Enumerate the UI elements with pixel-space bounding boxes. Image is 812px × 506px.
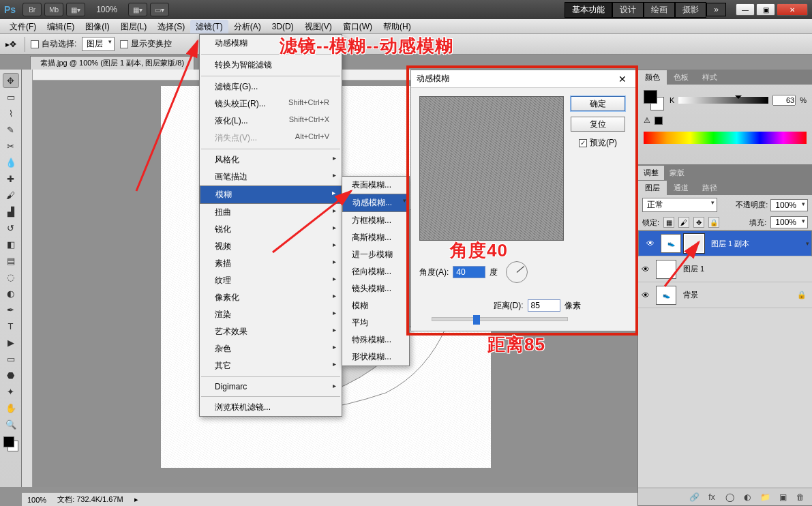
ok-button[interactable]: 确定: [571, 96, 625, 111]
visibility-icon[interactable]: 👁: [638, 291, 653, 300]
filter-noise[interactable]: 杂色: [200, 340, 342, 357]
filter-digimarc[interactable]: Digimarc: [200, 379, 342, 394]
layer-thumb[interactable]: [656, 260, 676, 279]
adjustment-layer-icon[interactable]: ◐: [741, 492, 753, 502]
fill-input[interactable]: 100%: [770, 216, 808, 228]
filter-artistic[interactable]: 艺术效果: [200, 323, 342, 340]
filter-video[interactable]: 视频: [200, 238, 342, 255]
delete-layer-icon[interactable]: 🗑: [794, 492, 807, 502]
layer-thumb[interactable]: 👟: [661, 234, 681, 253]
filter-sharpen[interactable]: 锐化: [200, 221, 342, 238]
layer-row[interactable]: 👁 图层 1: [638, 256, 812, 282]
filter-convert-smart[interactable]: 转换为智能滤镜: [200, 57, 342, 74]
layer-row[interactable]: 👁 👟 背景 🔒: [638, 282, 812, 308]
tab-paths[interactable]: 路径: [695, 181, 724, 195]
tab-masks[interactable]: 蒙版: [664, 166, 690, 180]
blur-shape[interactable]: 形状模糊...: [342, 348, 409, 366]
filter-brush-strokes[interactable]: 画笔描边: [200, 168, 342, 185]
tab-color[interactable]: 颜色: [638, 70, 667, 85]
blur-more[interactable]: 进一步模糊: [342, 246, 409, 263]
channel-k-slider[interactable]: [678, 97, 768, 104]
layer-name[interactable]: 图层 1 副本: [707, 239, 800, 249]
menu-layer[interactable]: 图层(L): [115, 20, 153, 33]
lock-pixels-icon[interactable]: 🖌: [678, 217, 689, 228]
angle-wheel[interactable]: [506, 261, 528, 283]
auto-select-target[interactable]: 图层: [82, 37, 115, 51]
angle-input[interactable]: [453, 266, 485, 278]
tab-adjustments[interactable]: 调整: [638, 166, 664, 180]
document-tab[interactable]: 素描.jpg @ 100% (图层 1 副本, 图层蒙版/8): [30, 56, 194, 70]
layer-name[interactable]: 背景: [679, 290, 797, 300]
dialog-close[interactable]: ✕: [615, 74, 630, 85]
workspace-photography[interactable]: 摄影: [675, 2, 706, 18]
visibility-icon[interactable]: 👁: [638, 265, 653, 274]
spectrum-ramp[interactable]: [644, 132, 807, 144]
blur-tool[interactable]: ◌: [3, 269, 19, 284]
eyedropper-tool[interactable]: 💧: [3, 155, 19, 170]
dialog-preview[interactable]: [419, 96, 564, 241]
mask-icon[interactable]: ◯: [723, 492, 736, 502]
tab-styles[interactable]: 样式: [695, 70, 724, 85]
blur-box[interactable]: 方框模糊...: [342, 212, 409, 229]
blur-motion[interactable]: 动感模糊...: [342, 194, 409, 212]
blur-average[interactable]: 平均: [342, 314, 409, 331]
fx-icon[interactable]: fx: [706, 492, 718, 502]
3d-camera-tool[interactable]: ✦: [3, 384, 19, 399]
menu-analysis[interactable]: 分析(A): [228, 20, 267, 33]
pen-tool[interactable]: ✒: [3, 302, 19, 317]
menu-filter[interactable]: 滤镜(T): [190, 20, 228, 33]
blend-mode-select[interactable]: 正常: [642, 198, 717, 212]
lock-position-icon[interactable]: ✥: [693, 217, 704, 228]
color-swatch-pair[interactable]: [644, 90, 664, 110]
preview-checkbox[interactable]: ✓预览(P): [579, 137, 617, 149]
maximize-button[interactable]: ▣: [756, 3, 775, 16]
marquee-tool[interactable]: ▭: [3, 89, 19, 104]
distance-slider[interactable]: [432, 317, 568, 321]
zoom-level[interactable]: 100%: [96, 5, 117, 14]
blur-blur[interactable]: 模糊: [342, 297, 409, 314]
healing-tool[interactable]: ✚: [3, 171, 19, 186]
menu-view[interactable]: 视图(V): [299, 20, 337, 33]
tab-swatches[interactable]: 色板: [667, 70, 695, 85]
distance-input[interactable]: [528, 299, 560, 312]
history-brush-tool[interactable]: ↺: [3, 220, 19, 235]
new-layer-icon[interactable]: ▣: [777, 492, 789, 502]
blur-gaussian[interactable]: 高斯模糊...: [342, 229, 409, 246]
layer-name[interactable]: 图层 1: [679, 264, 812, 274]
status-zoom[interactable]: 100%: [27, 496, 46, 504]
menu-file[interactable]: 文件(F): [4, 20, 42, 33]
color-swatches[interactable]: [3, 436, 18, 451]
3d-tool[interactable]: ⬣: [3, 368, 19, 383]
filter-render[interactable]: 渲染: [200, 306, 342, 323]
filter-pixelate[interactable]: 像素化: [200, 289, 342, 306]
arrange-documents-button[interactable]: ▦▾: [128, 3, 147, 16]
dodge-tool[interactable]: ◐: [3, 286, 19, 301]
filter-lens-correction[interactable]: 镜头校正(R)...Shift+Ctrl+R: [200, 95, 342, 113]
filter-other[interactable]: 其它: [200, 357, 342, 374]
stamp-tool[interactable]: ▟: [3, 204, 19, 219]
lock-transparent-icon[interactable]: ▦: [663, 217, 674, 228]
workspace-essentials[interactable]: 基本功能: [565, 2, 612, 18]
filter-vanishing-point[interactable]: 消失点(V)...Alt+Ctrl+V: [200, 130, 342, 147]
filter-browse-online[interactable]: 浏览联机滤镜...: [200, 399, 342, 416]
tab-layers[interactable]: 图层: [638, 181, 667, 195]
lasso-tool[interactable]: ⌇: [3, 106, 19, 121]
filter-distort[interactable]: 扭曲: [200, 204, 342, 221]
layer-row[interactable]: 👁 👟 图层 1 副本: [638, 230, 812, 256]
opacity-input[interactable]: 100%: [770, 199, 808, 211]
screen-mode-button[interactable]: ▦▾: [66, 3, 85, 16]
quick-select-tool[interactable]: ✎: [3, 122, 19, 137]
workspace-more[interactable]: »: [706, 3, 726, 16]
lock-all-icon[interactable]: 🔒: [708, 217, 719, 228]
workspace-design[interactable]: 设计: [612, 2, 644, 18]
link-layers-icon[interactable]: 🔗: [688, 492, 700, 502]
minimize-button[interactable]: —: [736, 3, 755, 16]
group-icon[interactable]: 📁: [759, 492, 771, 502]
menu-edit[interactable]: 编辑(E): [42, 20, 80, 33]
menu-image[interactable]: 图像(I): [80, 20, 115, 33]
menu-select[interactable]: 选择(S): [152, 20, 190, 33]
screen-mode-button-2[interactable]: ▭▾: [150, 3, 169, 16]
blur-smart[interactable]: 特殊模糊...: [342, 331, 409, 348]
brush-tool[interactable]: 🖌: [3, 188, 19, 203]
cancel-button[interactable]: 复位: [571, 117, 625, 132]
